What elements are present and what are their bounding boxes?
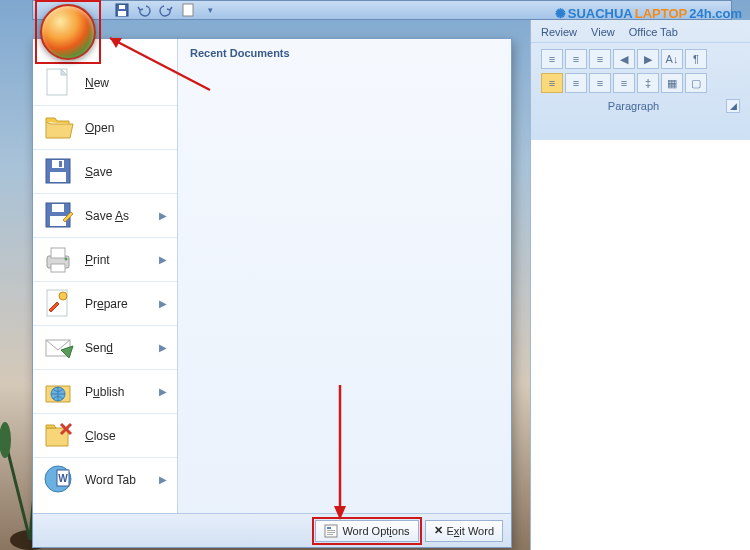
- menu-item-save-as[interactable]: Save As▶: [33, 193, 177, 237]
- menu-item-publish[interactable]: Publish▶: [33, 369, 177, 413]
- menu-item-label: Publish: [85, 385, 124, 399]
- increase-indent-icon[interactable]: ▶: [637, 49, 659, 69]
- close-icon: [43, 420, 75, 452]
- shading-icon[interactable]: ▦: [661, 73, 683, 93]
- svg-rect-28: [327, 527, 331, 529]
- borders-icon[interactable]: ▢: [685, 73, 707, 93]
- redo-icon[interactable]: [159, 3, 173, 17]
- numbering-icon[interactable]: ≡: [565, 49, 587, 69]
- decrease-indent-icon[interactable]: ◀: [613, 49, 635, 69]
- menu-item-open[interactable]: Open: [33, 105, 177, 149]
- recent-documents-panel: Recent Documents: [178, 39, 511, 513]
- submenu-arrow-icon: ▶: [159, 474, 167, 485]
- submenu-arrow-icon: ▶: [159, 342, 167, 353]
- menu-item-label: New: [85, 76, 109, 90]
- menu-item-label: Close: [85, 429, 116, 443]
- office-button[interactable]: [40, 4, 96, 60]
- open-icon: [43, 112, 75, 144]
- menu-item-print[interactable]: Print▶: [33, 237, 177, 281]
- menu-item-close[interactable]: Close: [33, 413, 177, 457]
- recent-documents-title: Recent Documents: [190, 47, 499, 59]
- align-left-icon[interactable]: ≡: [541, 73, 563, 93]
- submenu-arrow-icon: ▶: [159, 386, 167, 397]
- options-icon: [324, 524, 338, 538]
- office-menu: NewOpenSaveSave As▶Print▶Prepare▶Send▶Pu…: [32, 38, 512, 548]
- svg-rect-31: [327, 534, 333, 535]
- show-marks-icon[interactable]: ¶: [685, 49, 707, 69]
- svg-rect-29: [327, 530, 335, 531]
- prepare-icon: [43, 288, 75, 320]
- menu-item-label: Open: [85, 121, 114, 135]
- menu-item-send[interactable]: Send▶: [33, 325, 177, 369]
- svg-rect-10: [50, 172, 66, 182]
- qat-dropdown-icon[interactable]: ▾: [203, 3, 217, 17]
- menu-item-label: Word Tab: [85, 473, 136, 487]
- publish-icon: [43, 376, 75, 408]
- bullets-icon[interactable]: ≡: [541, 49, 563, 69]
- tab-office-tab[interactable]: Office Tab: [629, 26, 678, 38]
- paragraph-group: ≡ ≡ ≡ ◀ ▶ A↓ ¶ ≡ ≡ ≡ ≡ ‡ ▦ ▢ Paragraph ◢: [531, 42, 750, 119]
- tab-view[interactable]: View: [591, 26, 615, 38]
- menu-item-word-tab[interactable]: WWord Tab▶: [33, 457, 177, 501]
- tab-review[interactable]: Review: [541, 26, 577, 38]
- svg-rect-30: [327, 532, 335, 533]
- undo-icon[interactable]: [137, 3, 151, 17]
- svg-rect-5: [118, 11, 126, 16]
- ribbon: Review View Office Tab ≡ ≡ ≡ ◀ ▶ A↓ ¶ ≡ …: [530, 20, 750, 140]
- multilevel-icon[interactable]: ≡: [589, 49, 611, 69]
- menu-item-label: Print: [85, 253, 110, 267]
- svg-rect-18: [51, 264, 65, 272]
- menu-item-label: Save: [85, 165, 112, 179]
- send-icon: [43, 332, 75, 364]
- close-icon: ✕: [434, 524, 443, 537]
- svg-point-21: [59, 292, 67, 300]
- menu-item-label: Save As: [85, 209, 129, 223]
- svg-rect-6: [119, 5, 125, 9]
- submenu-arrow-icon: ▶: [159, 298, 167, 309]
- line-spacing-icon[interactable]: ‡: [637, 73, 659, 93]
- word-options-button[interactable]: Word Options: [315, 520, 418, 542]
- svg-point-19: [65, 257, 68, 260]
- menu-item-label: Prepare: [85, 297, 128, 311]
- paragraph-dialog-launcher-icon[interactable]: ◢: [726, 99, 740, 113]
- menu-item-save[interactable]: Save: [33, 149, 177, 193]
- menu-item-label: Send: [85, 341, 113, 355]
- align-center-icon[interactable]: ≡: [565, 73, 587, 93]
- save-icon[interactable]: [115, 3, 129, 17]
- align-right-icon[interactable]: ≡: [589, 73, 611, 93]
- office-menu-footer: Word Options ✕ Exit Word: [33, 513, 511, 547]
- print-icon: [43, 244, 75, 276]
- saveas-icon: [43, 200, 75, 232]
- sort-icon[interactable]: A↓: [661, 49, 683, 69]
- gear-icon: ✺: [555, 6, 566, 21]
- svg-text:W: W: [58, 473, 68, 484]
- document-area[interactable]: [530, 140, 750, 550]
- svg-rect-7: [183, 4, 193, 16]
- office-menu-commands: NewOpenSaveSave As▶Print▶Prepare▶Send▶Pu…: [33, 39, 178, 513]
- svg-rect-11: [52, 160, 64, 168]
- submenu-arrow-icon: ▶: [159, 254, 167, 265]
- svg-rect-12: [59, 161, 62, 167]
- watermark: ✺ SUACHUALAPTOP24h.com: [555, 6, 742, 21]
- justify-icon[interactable]: ≡: [613, 73, 635, 93]
- menu-item-new[interactable]: New: [33, 61, 177, 105]
- exit-word-button[interactable]: ✕ Exit Word: [425, 520, 503, 542]
- save-icon: [43, 156, 75, 188]
- new-icon: [43, 67, 75, 99]
- svg-rect-17: [51, 248, 65, 258]
- svg-rect-15: [52, 204, 64, 212]
- wordtab-icon: W: [43, 464, 75, 496]
- paragraph-group-label: Paragraph: [608, 100, 659, 112]
- menu-item-prepare[interactable]: Prepare▶: [33, 281, 177, 325]
- submenu-arrow-icon: ▶: [159, 210, 167, 221]
- new-doc-icon[interactable]: [181, 3, 195, 17]
